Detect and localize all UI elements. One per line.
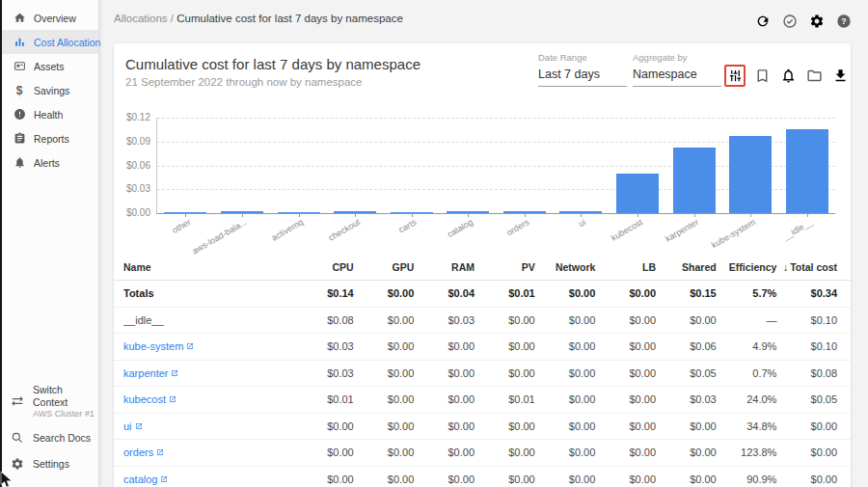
namespace-link[interactable]: kubecost xyxy=(123,393,176,405)
sidebar-item-reports[interactable]: Reports xyxy=(2,126,98,150)
cell-value: 5.7% xyxy=(717,287,777,299)
column-header-shared[interactable]: Shared xyxy=(656,261,717,273)
assets-icon xyxy=(13,60,26,73)
sidebar-item-assets[interactable]: Assets xyxy=(2,54,98,78)
cell-value: 123.8% xyxy=(717,446,777,458)
sidebar-item-settings[interactable]: Settings xyxy=(2,451,98,477)
row-name: Totals xyxy=(123,287,293,299)
cell-value: $0.00 xyxy=(354,446,415,458)
y-axis-tick-label: $0.06 xyxy=(114,160,150,171)
bar-idle[interactable] xyxy=(786,129,828,213)
bar-karpenter[interactable] xyxy=(673,148,716,214)
cell-value: 90.9% xyxy=(717,473,777,485)
table-row-totals: Totals$0.14$0.00$0.04$0.01$0.00$0.00$0.1… xyxy=(114,281,851,308)
cell-value: $0.00 xyxy=(595,367,656,379)
sidebar-footer: Switch ContextAWS Cluster #1Search DocsS… xyxy=(2,378,98,487)
column-header-efficiency[interactable]: Efficiency xyxy=(717,261,777,273)
cell-value: $0.00 xyxy=(293,473,354,485)
column-header-lb[interactable]: LB xyxy=(595,261,656,273)
check-circle-button[interactable] xyxy=(782,13,799,29)
bar-kubecost[interactable] xyxy=(616,174,659,213)
cumulative-cost-chart: $0.12$0.09$0.06$0.03$0.00otheraws-load-b… xyxy=(114,111,851,246)
home-icon xyxy=(13,12,26,25)
aggregate-by-value[interactable]: Namespace xyxy=(633,68,721,87)
cell-value: $0.15 xyxy=(656,287,717,299)
report-card: Cumulative cost for last 7 days by names… xyxy=(114,43,851,487)
sidebar-item-savings[interactable]: $Savings xyxy=(2,78,98,102)
x-axis-tick-label: orders xyxy=(505,217,531,237)
sidebar-item-health[interactable]: Health xyxy=(2,102,98,126)
date-range-value[interactable]: Last 7 days xyxy=(538,68,627,87)
sidebar-item-search-docs[interactable]: Search Docs xyxy=(2,425,98,451)
cell-value: $0.14 xyxy=(293,287,354,299)
bar-kube-system[interactable] xyxy=(729,136,772,213)
cell-value: $0.08 xyxy=(776,367,837,379)
column-header-pv[interactable]: PV xyxy=(475,261,535,273)
cell-value: $0.00 xyxy=(776,473,837,485)
folder-button[interactable] xyxy=(806,68,824,85)
gear-button[interactable] xyxy=(809,13,826,29)
help-icon: ? xyxy=(836,14,853,29)
sidebar: OverviewCost AllocationAssets$SavingsHea… xyxy=(2,0,98,487)
column-header-name[interactable]: Name xyxy=(123,261,293,273)
date-range-select[interactable]: Date Range Last 7 days xyxy=(538,52,627,87)
tune-button[interactable] xyxy=(724,65,746,87)
column-header-gpu[interactable]: GPU xyxy=(354,261,415,273)
sidebar-item-switch-context[interactable]: Switch ContextAWS Cluster #1 xyxy=(2,378,98,426)
chart-plot-area: otheraws-load-bala...activemqcheckoutcar… xyxy=(156,118,835,214)
help-button[interactable]: ? xyxy=(836,13,853,29)
bookmark-button[interactable] xyxy=(754,68,772,85)
allocation-table: NameCPUGPURAMPVNetworkLBSharedEfficiency… xyxy=(114,255,851,487)
cell-value: $0.10 xyxy=(776,340,837,352)
bell-outline-button[interactable] xyxy=(780,68,798,85)
cell-value: $0.00 xyxy=(354,473,415,485)
row-name: __idle__ xyxy=(123,314,293,326)
cell-value: $0.00 xyxy=(595,340,656,352)
y-axis-tick-label: $0.00 xyxy=(114,207,150,218)
refresh-button[interactable] xyxy=(755,13,772,29)
sidebar-item-label: Search Docs xyxy=(33,432,91,445)
column-header-cpu[interactable]: CPU xyxy=(293,261,354,273)
cluster-context-label: AWS Cluster #1 xyxy=(33,409,98,419)
column-header-network[interactable]: Network xyxy=(535,261,596,273)
namespace-link[interactable]: orders xyxy=(123,446,164,458)
namespace-link[interactable]: catalog xyxy=(123,473,168,485)
topbar-icons: ? xyxy=(755,13,853,29)
cell-value: $0.00 xyxy=(414,367,475,379)
sidebar-item-label: Settings xyxy=(33,458,69,471)
table-row-catalog: catalog$0.00$0.00$0.00$0.00$0.00$0.00$0.… xyxy=(114,467,851,487)
table-row-kube-system: kube-system$0.03$0.00$0.00$0.00$0.00$0.0… xyxy=(114,334,851,361)
cell-value: 34.8% xyxy=(717,420,777,432)
x-axis-tick-label: checkout xyxy=(327,217,362,243)
namespace-link[interactable]: ui xyxy=(123,420,143,432)
column-header-total-cost[interactable]: ↓Total cost xyxy=(776,261,837,273)
x-axis-tick-label: carts xyxy=(397,217,419,234)
y-axis-tick-label: $0.09 xyxy=(114,136,150,147)
bell-outline-icon xyxy=(780,68,798,84)
x-axis-tick-label: kube-system xyxy=(710,217,757,250)
cell-value: $0.00 xyxy=(595,287,656,299)
cell-value: $0.03 xyxy=(656,393,717,405)
cell-value: $0.00 xyxy=(535,393,596,405)
namespace-link[interactable]: kube-system xyxy=(123,340,194,352)
table-row-ui: ui$0.00$0.00$0.00$0.00$0.00$0.00$0.0034.… xyxy=(114,414,851,441)
cell-value: — xyxy=(717,314,777,326)
cell-value: $0.00 xyxy=(595,314,656,326)
sidebar-item-overview[interactable]: Overview xyxy=(2,6,98,30)
cell-value: $0.06 xyxy=(656,340,717,352)
breadcrumb-allocations[interactable]: Allocations xyxy=(114,13,168,24)
tune-icon xyxy=(728,68,743,83)
cell-value: $0.00 xyxy=(535,420,596,432)
cell-value: $0.00 xyxy=(475,446,535,458)
aggregate-by-select[interactable]: Aggregate by Namespace xyxy=(633,52,721,87)
external-link-icon xyxy=(186,340,194,352)
cell-value: $0.00 xyxy=(354,367,415,379)
external-link-icon xyxy=(160,473,168,485)
sidebar-item-cost-allocation[interactable]: Cost Allocation xyxy=(2,30,98,54)
breadcrumb-current: Cumulative cost for last 7 days by names… xyxy=(176,13,403,24)
cell-value: $0.05 xyxy=(776,393,837,405)
namespace-link[interactable]: karpenter xyxy=(123,367,178,379)
download-button[interactable] xyxy=(832,68,850,85)
column-header-ram[interactable]: RAM xyxy=(414,261,475,273)
sidebar-item-alerts[interactable]: Alerts xyxy=(2,150,98,175)
